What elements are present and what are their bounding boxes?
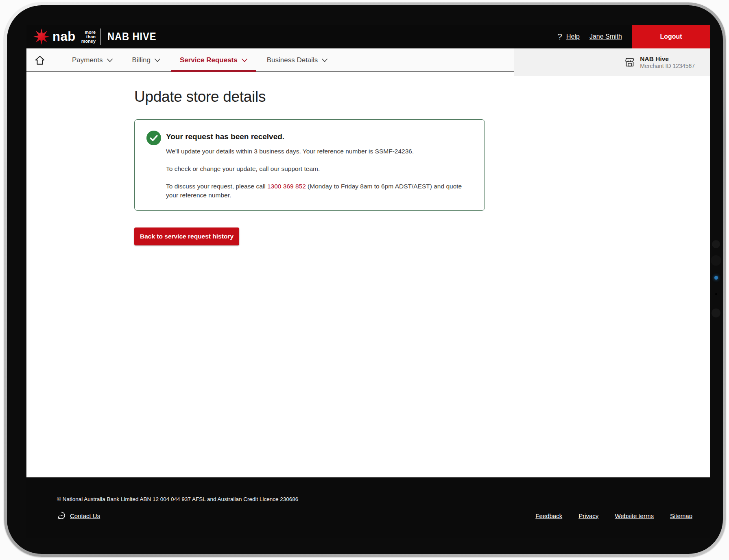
nab-wordmark: nab [52,29,76,44]
footer-link-privacy[interactable]: Privacy [578,512,598,519]
top-header-bar: nab more than money NAB HIVE ? Help Jane… [26,25,710,48]
nav-item-billing[interactable]: Billing [122,48,170,72]
tablet-frame: nab more than money NAB HIVE ? Help Jane… [4,2,726,557]
header-actions: ? Help Jane Smith Logout [557,25,710,48]
camera-glint [714,276,718,280]
tablet-bezel: nab more than money NAB HIVE ? Help Jane… [7,5,723,554]
tagline-line: money [81,39,96,44]
nab-tagline: more than money [81,30,96,44]
alert-body: Your request has been received. We'll up… [166,130,472,200]
sensor-dot [712,240,720,248]
main-content: Update store details Your request has be… [26,72,710,477]
nav-label: Payments [72,56,103,64]
alert-line-2: To check or change your update, call our… [166,164,472,173]
sensor-dot-2 [712,308,720,317]
alert-line-3-prefix: To discuss your request, please call [166,183,267,190]
merchant-info-panel: NAB Hive Merchant ID 1234567 [514,48,710,76]
app-screen: nab more than money NAB HIVE ? Help Jane… [26,25,710,538]
alert-line-3: To discuss your request, please call 130… [166,182,472,200]
tagline-line: more [81,30,96,35]
chevron-down-icon [107,59,113,62]
chevron-down-icon [155,59,160,62]
help-icon: ? [557,32,562,42]
brand-divider [100,28,101,45]
help-link[interactable]: Help [566,33,580,40]
mic-dot [715,293,717,295]
footer-links: Feedback Privacy Website terms Sitemap [535,512,692,519]
app-title: NAB HIVE [107,30,157,43]
copyright-text: © National Australia Bank Limited ABN 12… [57,496,692,502]
camera-lens [711,255,721,266]
success-alert: Your request has been received. We'll up… [134,119,485,211]
merchant-text: NAB Hive Merchant ID 1234567 [640,55,695,70]
nav-label: Service Requests [180,56,238,64]
speech-bubble-icon [57,511,66,520]
footer-link-website-terms[interactable]: Website terms [615,512,654,519]
footer: © National Australia Bank Limited ABN 12… [26,477,710,538]
tagline-line: than [81,35,96,39]
contact-us-link[interactable]: Contact Us [57,511,100,520]
home-icon[interactable] [35,55,45,66]
nab-logo-icon [33,28,50,45]
chevron-down-icon [322,59,327,62]
footer-row: Contact Us Feedback Privacy Website term… [57,511,692,520]
contact-us-label: Contact Us [70,512,100,519]
chevron-down-icon [242,59,247,62]
back-to-history-button[interactable]: Back to service request history [134,228,239,245]
merchant-id: Merchant ID 1234567 [640,63,695,70]
nav-label: Business Details [267,56,318,64]
logout-button[interactable]: Logout [632,25,710,48]
user-profile-link[interactable]: Jane Smith [589,33,622,40]
nav-label: Billing [132,56,151,64]
page-title: Update store details [134,88,710,105]
nav-item-business-details[interactable]: Business Details [257,48,338,72]
alert-line-1: We'll update your details within 3 busin… [166,147,472,156]
nav-item-payments[interactable]: Payments [62,48,122,72]
phone-link[interactable]: 1300 369 852 [267,183,306,190]
storefront-icon [624,57,635,68]
merchant-name: NAB Hive [640,55,695,63]
footer-link-sitemap[interactable]: Sitemap [670,512,692,519]
nav-item-service-requests[interactable]: Service Requests [170,48,257,72]
check-circle-icon [146,130,162,146]
alert-heading: Your request has been received. [166,132,472,141]
footer-link-feedback[interactable]: Feedback [535,512,562,519]
